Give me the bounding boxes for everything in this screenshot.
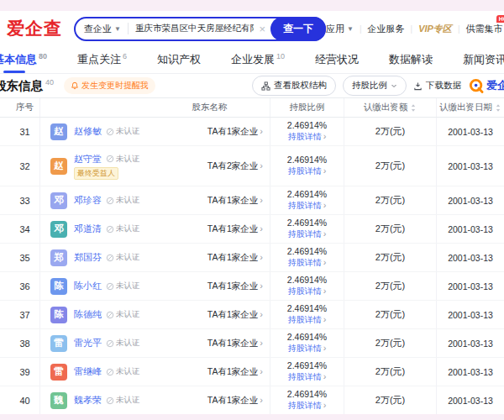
- ratio-cell: 2.46914%持股详情›: [270, 386, 344, 414]
- related-companies-link[interactable]: TA有1家企业›: [207, 195, 263, 207]
- top-nav-item-label: 应用: [326, 23, 344, 35]
- top-nav-item-2[interactable]: 企业服务: [368, 23, 405, 35]
- subscribed-amount: 2万(元): [344, 215, 437, 243]
- subscribed-amount: 2万(元): [344, 186, 437, 214]
- shareholder-name-line: 赵修敏未认证: [74, 125, 140, 138]
- column-header-4[interactable]: 认缴出资额: [344, 98, 437, 117]
- verify-status: 未认证: [106, 309, 140, 320]
- chevron-right-icon: ›: [323, 257, 327, 267]
- shareholder-name-line: 雷光平未认证: [74, 337, 140, 349]
- top-nav-item-4[interactable]: 供需集市HOT: [465, 23, 502, 35]
- holding-detail-link[interactable]: 持股详情›: [288, 257, 327, 269]
- related-companies-link[interactable]: TA有2家企业›: [207, 160, 263, 172]
- holding-detail-link[interactable]: 持股详情›: [288, 165, 327, 177]
- related-companies-link[interactable]: TA有1家企业›: [207, 309, 263, 321]
- download-icon: [413, 81, 423, 91]
- shareholder-name-link[interactable]: 邓道清: [74, 223, 102, 235]
- sort-icon: [495, 103, 501, 113]
- shareholder-name-link[interactable]: 陈小红: [74, 280, 102, 292]
- tab-4[interactable]: 企业发展10: [231, 46, 285, 73]
- table-row: 36陈陈小红未认证TA有1家企业›2.46914%持股详情›2万(元)2001-…: [0, 272, 504, 301]
- ratio-cell: 2.46914%持股详情›: [270, 272, 344, 300]
- shareholder-name-link[interactable]: 魏孝荣: [74, 394, 102, 407]
- verify-label: 未认证: [116, 154, 140, 165]
- holding-detail-link[interactable]: 持股详情›: [288, 131, 327, 143]
- related-companies-link[interactable]: TA有1家企业›: [207, 366, 263, 378]
- tab-3[interactable]: 知识产权: [157, 46, 201, 73]
- related-companies-link[interactable]: TA有1家企业›: [207, 252, 263, 264]
- top-nav-item-3[interactable]: VIP专区: [418, 23, 452, 35]
- tab-1[interactable]: 基本信息80: [0, 46, 47, 73]
- top-nav-item-label: 供需集市: [465, 23, 502, 35]
- holding-detail-link[interactable]: 持股详情›: [288, 200, 327, 212]
- shareholder-name-block: 雷继峰未认证: [74, 365, 140, 378]
- verify-status: 未认证: [106, 281, 140, 291]
- aiqicha-float-logo[interactable]: 爱企查: [468, 77, 504, 94]
- holding-detail-link[interactable]: 持股详情›: [288, 371, 327, 383]
- search-category-label: 查企业: [84, 23, 112, 35]
- subscribed-amount: 2万(元): [344, 301, 437, 328]
- chevron-right-icon: ›: [260, 309, 263, 319]
- related-companies-link[interactable]: TA有1家企业›: [207, 223, 263, 235]
- shareholder-name-link[interactable]: 雷继峰: [74, 365, 102, 378]
- holding-detail-link[interactable]: 持股详情›: [288, 343, 327, 354]
- shareholder-name-cell: 魏魏孝荣未认证TA有1家企业›: [40, 386, 270, 414]
- shareholder-name-cell: 郑郑国芬未认证TA有1家企业›: [40, 244, 270, 271]
- shareholder-name-line: 郑国芬未认证: [74, 251, 140, 264]
- shareholder-name-link[interactable]: 赵修敏: [74, 125, 102, 138]
- ratio-value: 2.46914%: [287, 275, 327, 285]
- table-row: 32赵赵守堂未认证最终受益人TA有2家企业›2.46914%持股详情›2万(元)…: [0, 146, 504, 186]
- shareholder-name-line: 魏孝荣未认证: [74, 394, 140, 407]
- chevron-right-icon: ›: [260, 281, 263, 291]
- action-button-1[interactable]: 查看股权结构: [252, 76, 336, 96]
- verify-status: 未认证: [106, 154, 140, 165]
- ratio-value: 2.46914%: [287, 389, 327, 399]
- holding-detail-link[interactable]: 持股详情›: [288, 286, 327, 297]
- holding-detail-link[interactable]: 持股详情›: [288, 228, 327, 240]
- related-companies-link[interactable]: TA有1家企业›: [207, 126, 263, 138]
- subscribed-date: 2001-03-13: [437, 146, 504, 186]
- action-button-2[interactable]: 持股比例: [343, 76, 407, 96]
- tab-count: 6: [123, 52, 127, 60]
- shareholder-name-link[interactable]: 邓珍容: [74, 194, 102, 207]
- ratio-value: 2.46914%: [287, 218, 327, 228]
- shareholder-name-link[interactable]: 陈德纯: [74, 308, 102, 321]
- holding-detail-link[interactable]: 持股详情›: [288, 314, 327, 326]
- aiqicha-q-icon: [468, 77, 485, 94]
- row-number: 31: [0, 118, 40, 145]
- change-reminder-button[interactable]: 发生变更时提醒我: [64, 77, 155, 94]
- tab-label: 经营状况: [315, 52, 359, 67]
- tab-5[interactable]: 经营状况: [315, 46, 359, 73]
- tab-6[interactable]: 数据解读: [389, 46, 433, 73]
- aiqicha-logo[interactable]: 爱企查: [7, 17, 62, 40]
- shareholder-name-link[interactable]: 赵守堂: [74, 153, 102, 165]
- related-companies-link[interactable]: TA有1家企业›: [207, 338, 263, 349]
- top-nav-item-1[interactable]: 应用▼: [326, 23, 354, 35]
- shareholder-name-link[interactable]: 雷光平: [74, 337, 102, 349]
- tab-7[interactable]: 新闻资讯: [463, 46, 504, 73]
- search-category-dropdown[interactable]: 查企业 ▼: [84, 23, 121, 35]
- search-input[interactable]: 重庆市荣昌区中天房屋经纪有限公司: [135, 23, 254, 34]
- top-navigation: 应用▼|企业服务|VIP专区|供需集市HOT|APP: [326, 23, 504, 35]
- caret-down-icon: ▼: [114, 25, 121, 33]
- tab-2[interactable]: 重点关注6: [77, 46, 127, 73]
- related-companies-link[interactable]: TA有1家企业›: [207, 395, 263, 407]
- shareholder-name-block: 赵守堂未认证最终受益人: [74, 153, 140, 180]
- shareholder-name-cell: 雷雷光平未认证TA有1家企业›: [40, 329, 270, 357]
- chevron-right-icon: ›: [323, 200, 327, 210]
- verify-label: 未认证: [116, 223, 140, 234]
- site-header: 爱企查 查企业 ▼ 重庆市荣昌区中天房屋经纪有限公司 × 查一下 应用▼|企业服…: [0, 11, 504, 46]
- shareholder-name-cell: 陈陈小红未认证TA有1家企业›: [40, 272, 270, 300]
- shareholder-avatar: 郑: [50, 249, 67, 266]
- holding-detail-link[interactable]: 持股详情›: [288, 400, 327, 412]
- hot-badge: HOT: [496, 15, 504, 23]
- clear-search-icon[interactable]: ×: [259, 23, 265, 35]
- action-button-label: 持股比例: [352, 80, 387, 92]
- column-header-5[interactable]: 认缴出资日期: [437, 98, 504, 117]
- shareholder-name-link[interactable]: 郑国芬: [74, 251, 102, 264]
- table-row: 31赵赵修敏未认证TA有1家企业›2.46914%持股详情›2万(元)2001-…: [0, 118, 504, 146]
- chevron-right-icon: ›: [260, 160, 263, 171]
- related-companies-link[interactable]: TA有1家企业›: [207, 281, 263, 292]
- search-submit-button[interactable]: 查一下: [270, 17, 326, 41]
- action-button-3[interactable]: 下载数据: [413, 76, 461, 96]
